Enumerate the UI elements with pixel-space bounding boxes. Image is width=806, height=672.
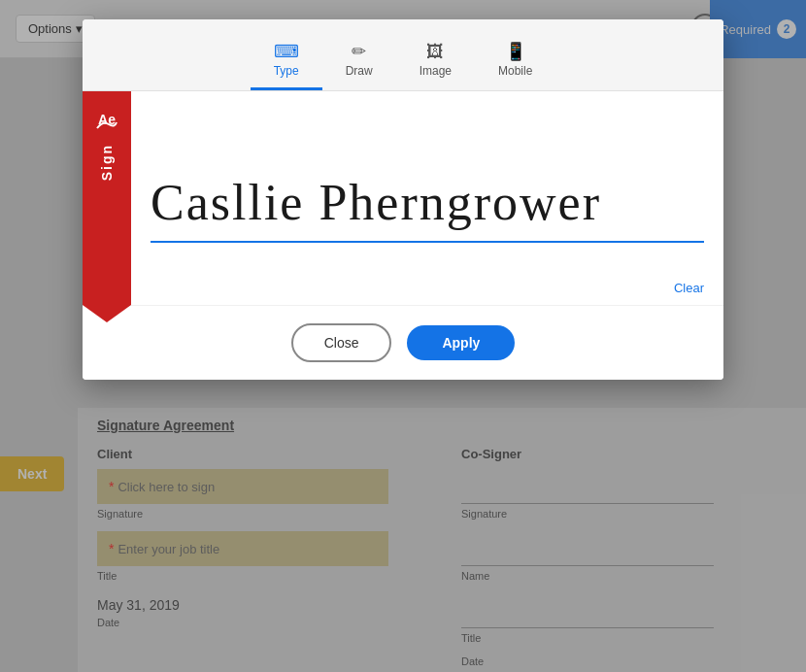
tab-type[interactable]: ⌨ Type bbox=[251, 35, 322, 90]
draw-icon: ✏ bbox=[352, 43, 366, 60]
modal-tabs: ⌨ Type ✏ Draw 🖼 Image 📱 Mobile bbox=[83, 19, 723, 91]
tab-mobile[interactable]: 📱 Mobile bbox=[475, 35, 555, 90]
clear-link[interactable]: Clear bbox=[674, 281, 704, 295]
close-button[interactable]: Close bbox=[291, 323, 392, 362]
tab-image-label: Image bbox=[420, 64, 452, 78]
tab-draw-label: Draw bbox=[346, 64, 373, 78]
mobile-icon: 📱 bbox=[505, 43, 526, 60]
adobe-sign-banner: Ae Sign bbox=[83, 91, 131, 305]
keyboard-icon: ⌨ bbox=[274, 43, 299, 60]
signature-modal: ⌨ Type ✏ Draw 🖼 Image 📱 Mobile Ae Sign bbox=[83, 19, 723, 380]
sign-text: Sign bbox=[99, 144, 115, 181]
apply-button[interactable]: Apply bbox=[407, 325, 515, 360]
modal-footer: Close Apply bbox=[83, 305, 723, 380]
tab-draw[interactable]: ✏ Draw bbox=[322, 35, 396, 90]
tab-image[interactable]: 🖼 Image bbox=[396, 35, 475, 90]
modal-body: Ae Sign Casllie Pherngrower Clear bbox=[83, 91, 723, 305]
image-icon: 🖼 bbox=[426, 43, 444, 60]
adobe-pdf-icon: Ae bbox=[89, 101, 124, 136]
signature-area[interactable]: Casllie Pherngrower Clear bbox=[131, 91, 723, 305]
tab-mobile-label: Mobile bbox=[498, 64, 532, 78]
signature-display: Casllie Pherngrower bbox=[151, 164, 704, 243]
tab-type-label: Type bbox=[274, 64, 299, 78]
